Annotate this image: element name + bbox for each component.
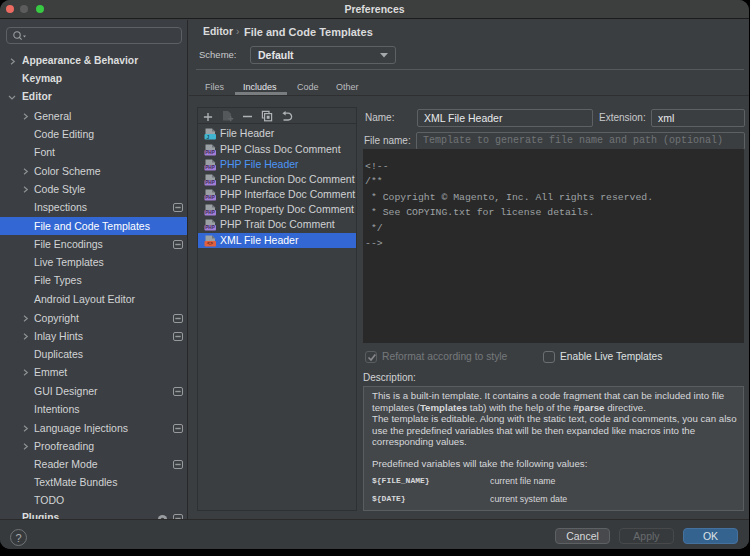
svg-text:PHP: PHP xyxy=(205,226,214,231)
svg-text:<>: <> xyxy=(207,241,213,247)
svg-text:PHP: PHP xyxy=(205,195,214,200)
svg-text:PHP: PHP xyxy=(205,165,214,170)
svg-text:PHP: PHP xyxy=(205,211,214,216)
svg-text:PHP: PHP xyxy=(205,180,214,185)
svg-text:PHP: PHP xyxy=(205,150,214,155)
svg-text:J: J xyxy=(207,134,210,140)
